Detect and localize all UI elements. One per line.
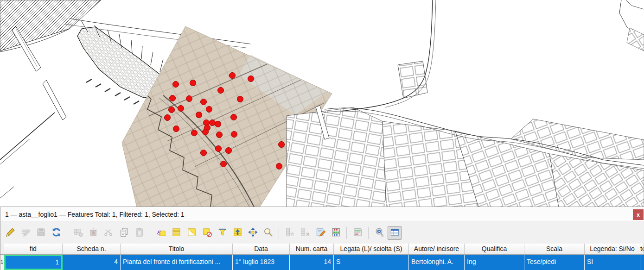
table-cell-6[interactable]: S xyxy=(334,255,409,270)
attribute-table-toolbar: ε xyxy=(0,222,644,244)
map-drawing xyxy=(0,0,644,207)
feature-marker xyxy=(226,148,232,154)
table-rows-colored-icon xyxy=(352,227,363,239)
cut-features-button xyxy=(102,226,115,240)
table-cell-2[interactable]: 4 xyxy=(63,255,121,270)
row-number-header[interactable]: 1 xyxy=(0,255,4,270)
dock-attribute-table-button[interactable] xyxy=(388,226,402,240)
panel-title: 1 — asta__foglio1 — Features Total: 1, F… xyxy=(5,211,185,218)
feature-marker xyxy=(178,106,184,112)
select-all-icon xyxy=(171,227,182,239)
filter-funnel-icon xyxy=(217,227,228,239)
dock-table-icon xyxy=(389,227,400,239)
feature-marker xyxy=(206,107,212,113)
table-new-row-icon xyxy=(73,227,83,239)
paste-icon xyxy=(134,227,145,239)
feature-marker xyxy=(217,132,223,138)
table-cell-1[interactable]: 1 xyxy=(4,255,63,270)
move-top-icon xyxy=(232,227,243,239)
paste-features-button xyxy=(132,226,146,240)
table-cell-8[interactable]: Ing xyxy=(465,255,524,270)
multi-edit-button xyxy=(19,226,32,240)
zoom-to-selection-button[interactable] xyxy=(261,226,275,240)
feature-marker xyxy=(215,121,221,127)
feature-marker xyxy=(170,95,176,101)
feature-action-button[interactable] xyxy=(372,226,386,240)
conditional-formatting-button[interactable] xyxy=(329,226,343,240)
pencil-multi-icon xyxy=(20,227,31,239)
field-delete-icon xyxy=(300,227,311,239)
attribute-grid: fidScheda n.TitoloDataNum. cartaLegata (… xyxy=(0,244,644,270)
column-header-10[interactable]: Legenda: Si/No xyxy=(585,244,640,254)
epsilon-select-icon: ε xyxy=(156,227,166,239)
delete-selected-button xyxy=(86,226,100,240)
select-by-expression-button[interactable]: ε xyxy=(154,226,168,240)
table-cell-10[interactable]: SI xyxy=(585,255,640,270)
organize-columns-button[interactable] xyxy=(351,226,364,240)
feature-marker xyxy=(186,96,192,102)
invert-selection-button[interactable] xyxy=(185,226,198,240)
svg-text:ε: ε xyxy=(156,228,160,236)
column-header-7[interactable]: Autore/ incisore xyxy=(409,244,465,254)
column-header-11[interactable]: te xyxy=(640,244,644,254)
column-header-4[interactable]: Data xyxy=(233,244,290,254)
feature-marker xyxy=(173,126,179,132)
grid-corner-cell[interactable] xyxy=(0,244,4,254)
invert-selection-icon xyxy=(186,227,197,239)
zoom-magnifier-icon xyxy=(263,227,274,239)
column-header-6[interactable]: Legata (L)/ sciolta (S) xyxy=(334,244,409,254)
feature-marker xyxy=(230,73,236,79)
attribute-table-panel: 1 — asta__foglio1 — Features Total: 1, F… xyxy=(0,207,644,270)
column-header-1[interactable]: fid xyxy=(4,244,63,254)
pan-arrows-icon xyxy=(248,227,258,239)
deselect-icon xyxy=(202,227,212,239)
feature-marker xyxy=(279,142,285,148)
scissors-icon xyxy=(103,227,114,239)
move-selection-to-top-button[interactable] xyxy=(230,226,244,240)
calculator-icon xyxy=(315,227,326,239)
column-header-8[interactable]: Qualifica xyxy=(465,244,524,254)
field-new-icon xyxy=(285,227,295,239)
column-header-9[interactable]: Scala xyxy=(524,244,585,254)
column-header-5[interactable]: Num. carta xyxy=(290,244,334,254)
close-button[interactable]: x xyxy=(633,209,644,220)
trash-icon xyxy=(88,227,99,239)
grid-header-row: fidScheda n.TitoloDataNum. cartaLegata (… xyxy=(0,244,644,255)
feature-marker xyxy=(276,163,282,170)
table-cell-3[interactable]: Pianta del fronte di fortificazioni ... xyxy=(121,255,233,270)
map-canvas[interactable] xyxy=(0,0,644,207)
feature-marker xyxy=(173,82,179,88)
magnifier-action-icon xyxy=(374,227,385,239)
toggle-editing-button[interactable] xyxy=(3,226,17,240)
table-cell-11[interactable] xyxy=(640,255,644,270)
feature-marker xyxy=(201,99,207,105)
toolbar-separator xyxy=(368,227,369,239)
save-edits-button xyxy=(34,226,48,240)
feature-marker xyxy=(218,88,224,94)
feature-marker xyxy=(216,146,222,152)
column-header-2[interactable]: Scheda n. xyxy=(63,244,121,254)
feature-marker xyxy=(165,115,171,121)
select-by-form-button[interactable] xyxy=(215,226,229,240)
select-all-button[interactable] xyxy=(169,226,183,240)
table-cell-4[interactable]: 1° luglio 1823 xyxy=(233,255,290,270)
field-calculator-button[interactable] xyxy=(313,226,327,240)
save-icon xyxy=(36,227,46,239)
table-cell-9[interactable]: Tese/piedi xyxy=(524,255,585,270)
reload-table-button[interactable] xyxy=(49,226,63,240)
feature-marker xyxy=(196,112,202,118)
feature-marker xyxy=(169,107,175,113)
pan-to-selection-button[interactable] xyxy=(246,226,260,240)
panel-left-border xyxy=(0,207,0,270)
toolbar-separator xyxy=(346,227,347,239)
feature-marker xyxy=(221,161,227,167)
copy-features-button[interactable] xyxy=(117,226,131,240)
add-feature-button xyxy=(71,226,85,240)
table-cell-5[interactable]: 14 xyxy=(290,255,334,270)
column-header-3[interactable]: Titolo xyxy=(121,244,233,254)
table-cell-7[interactable]: Bertolonghi. A. xyxy=(409,255,465,270)
deselect-all-button[interactable] xyxy=(200,226,214,240)
feature-marker xyxy=(210,120,216,126)
feature-marker xyxy=(203,129,209,135)
feature-marker xyxy=(231,114,237,120)
